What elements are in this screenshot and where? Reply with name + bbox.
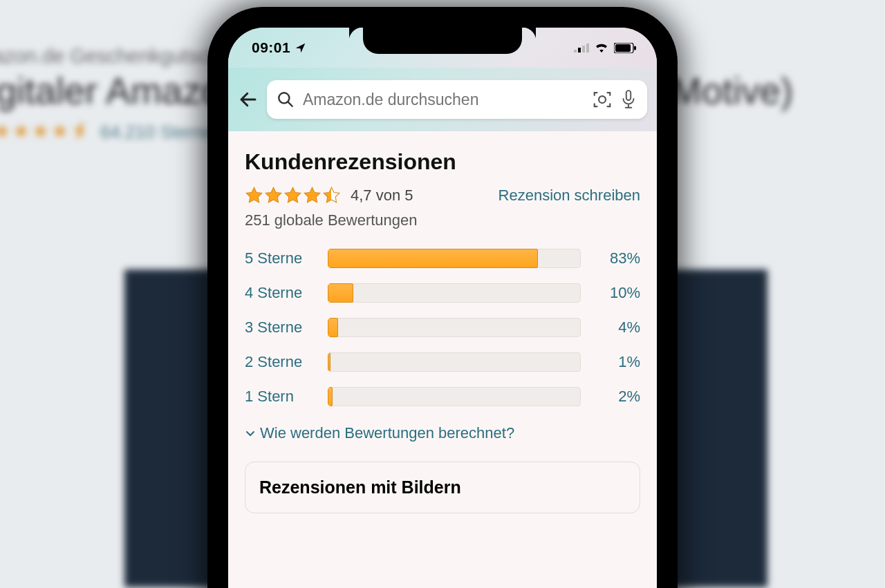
reviews-heading: Kundenrezensionen — [245, 149, 640, 175]
microphone-icon[interactable] — [620, 89, 637, 110]
breakdown-pct: 83% — [595, 249, 640, 267]
star-rating — [245, 186, 341, 205]
svg-rect-0 — [574, 50, 577, 53]
breakdown-pct: 4% — [595, 319, 640, 336]
photos-heading: Rezensionen mit Bildern — [259, 477, 626, 497]
how-calculated-link[interactable]: Wie werden Bewertungen berechnet? — [245, 424, 640, 442]
phone-screen: 09:01 — [228, 28, 657, 588]
breakdown-row[interactable]: 3 Sterne4% — [245, 318, 640, 337]
svg-rect-10 — [626, 91, 631, 100]
phone-frame: 09:01 — [207, 7, 678, 588]
svg-rect-5 — [615, 44, 631, 52]
signal-icon — [574, 43, 589, 53]
breakdown-row[interactable]: 2 Sterne1% — [245, 352, 640, 372]
breakdown-pct: 1% — [595, 353, 640, 371]
battery-icon — [614, 43, 636, 53]
search-icon — [277, 91, 295, 108]
breakdown-row[interactable]: 5 Sterne83% — [245, 249, 640, 268]
wifi-icon — [594, 42, 609, 53]
breakdown-pct: 10% — [595, 284, 640, 302]
svg-rect-1 — [578, 48, 581, 53]
breakdown-label: 5 Sterne — [245, 249, 314, 267]
back-icon[interactable] — [238, 89, 259, 110]
rating-score: 4,7 von 5 — [351, 187, 413, 205]
breakdown-bar — [328, 318, 581, 337]
breakdown-row[interactable]: 1 Stern2% — [245, 387, 640, 406]
search-input[interactable] — [301, 90, 585, 110]
breakdown-label: 3 Sterne — [245, 319, 314, 336]
reviews-section: Kundenrezensionen 4,7 von 5 Rezension sc… — [228, 131, 657, 588]
svg-line-8 — [288, 102, 292, 106]
svg-rect-3 — [586, 44, 589, 53]
breakdown-bar — [328, 249, 581, 268]
bg-stars: ★★★★⯨ — [0, 120, 92, 142]
breakdown-row[interactable]: 4 Sterne10% — [245, 283, 640, 303]
breakdown-label: 2 Sterne — [245, 353, 314, 371]
rating-breakdown: 5 Sterne83%4 Sterne10%3 Sterne4%2 Sterne… — [245, 249, 640, 406]
app-header — [228, 68, 657, 131]
svg-rect-6 — [634, 46, 636, 50]
status-time: 09:01 — [252, 39, 290, 56]
breakdown-label: 1 Stern — [245, 388, 314, 406]
write-review-link[interactable]: Rezension schreiben — [499, 187, 640, 205]
notch — [363, 28, 522, 54]
svg-point-9 — [599, 96, 606, 103]
search-bar[interactable] — [267, 80, 647, 119]
breakdown-bar — [328, 283, 581, 303]
rating-count: 251 globale Bewertungen — [245, 211, 640, 229]
breakdown-bar — [328, 387, 581, 406]
bg-title-right: Motive) — [671, 69, 793, 112]
bg-title-left: igitaler Amazo — [0, 69, 222, 112]
reviews-with-photos-card[interactable]: Rezensionen mit Bildern — [245, 462, 640, 513]
svg-rect-2 — [582, 46, 585, 53]
breakdown-bar — [328, 352, 581, 372]
breakdown-label: 4 Sterne — [245, 284, 314, 302]
location-icon — [295, 42, 306, 54]
chevron-down-icon — [245, 428, 256, 439]
camera-scan-icon[interactable] — [592, 89, 613, 110]
breakdown-pct: 2% — [595, 388, 640, 406]
